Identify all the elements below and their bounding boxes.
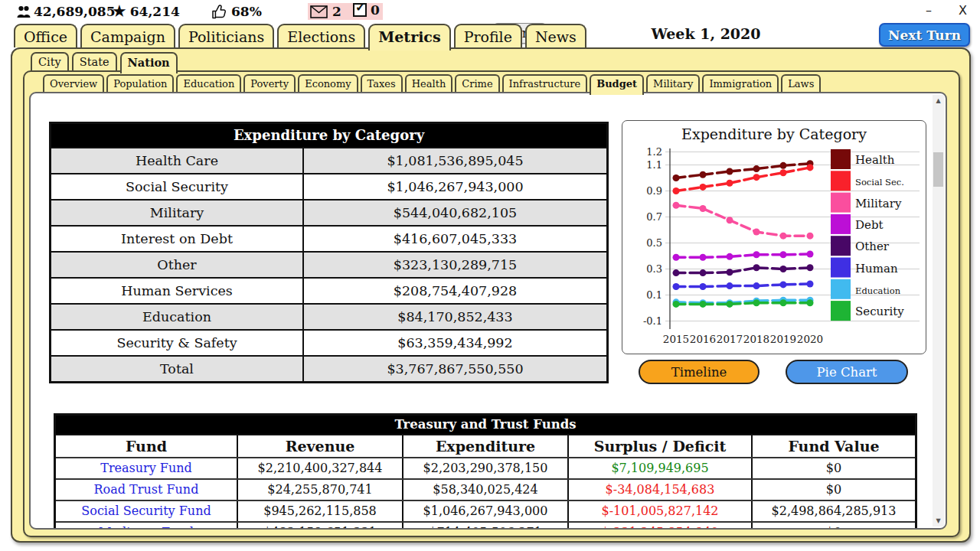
- expenditure-row: Health Care$1,081,536,895,045: [51, 147, 606, 173]
- legend-label: Military: [855, 197, 902, 210]
- mail-icon: [310, 5, 328, 18]
- legend-swatch: [831, 258, 851, 278]
- y-tick-label: 1.1: [646, 159, 662, 171]
- expenditure-table-body: Health Care$1,081,536,895,045Social Secu…: [51, 147, 606, 381]
- treasury-row: Road Trust Fund$24,255,870,741$58,340,02…: [56, 478, 915, 500]
- scroll-up-icon[interactable]: ▲: [933, 95, 944, 106]
- tasks-badge[interactable]: ✓ 0: [353, 2, 380, 18]
- fund-link[interactable]: Medicare Fund: [56, 523, 238, 530]
- region-tab-bar: CityStateNation: [31, 52, 178, 73]
- fund-link[interactable]: Road Trust Fund: [56, 480, 238, 500]
- x-tick-label: 2019: [770, 333, 796, 345]
- fund-expenditure: $2,203,290,378,150: [403, 458, 569, 478]
- region-tab-nation[interactable]: Nation: [120, 52, 178, 73]
- metric-tab-budget[interactable]: Budget: [590, 74, 644, 95]
- metric-tab-education[interactable]: Education: [176, 74, 241, 92]
- metric-tab-infrastructure[interactable]: Infrastructure: [502, 74, 588, 92]
- data-point: [700, 254, 707, 261]
- main-tab-bar: OfficeCampaignPoliticiansElectionsMetric…: [14, 24, 586, 51]
- timeline-button[interactable]: Timeline: [639, 360, 760, 384]
- expenditure-chart: Expenditure by Category1.21.10.90.70.50.…: [622, 121, 925, 353]
- fund-link[interactable]: Social Security Fund: [56, 501, 238, 521]
- metric-tab-military[interactable]: Military: [646, 74, 700, 92]
- series-line: [676, 303, 810, 305]
- y-tick-label: 0.3: [646, 263, 662, 275]
- population-stat: 42,689,085: [17, 2, 115, 21]
- y-tick-label: 0.1: [646, 289, 662, 301]
- tab-metrics[interactable]: Metrics: [368, 24, 450, 51]
- tab-news[interactable]: News: [525, 24, 586, 47]
- next-turn-button[interactable]: Next Turn: [879, 23, 970, 47]
- y-tick-label: 1.2: [646, 146, 662, 158]
- series-line: [676, 284, 810, 286]
- tab-politicians[interactable]: Politicians: [178, 24, 274, 47]
- fund-expenditure: $714,405,506,271: [403, 523, 569, 530]
- expenditure-category: Health Care: [51, 148, 304, 173]
- metric-tab-immigration[interactable]: Immigration: [702, 74, 779, 92]
- treasury-col-header: Surplus / Deficit: [569, 435, 753, 457]
- expenditure-category: Interest on Debt: [51, 227, 304, 251]
- data-point: [780, 251, 787, 258]
- chart-title: Expenditure by Category: [681, 126, 867, 142]
- treasury-table-title: Treasury and Trust Funds: [56, 416, 915, 434]
- expenditure-row: Military$544,040,682,105: [51, 199, 606, 225]
- close-button[interactable]: X: [959, 3, 967, 18]
- scroll-down-icon[interactable]: ▼: [933, 515, 944, 527]
- stars-count: 64,214: [130, 4, 180, 19]
- data-point: [807, 264, 814, 271]
- metric-tab-poverty[interactable]: Poverty: [243, 74, 296, 92]
- x-tick-label: 2015: [663, 333, 689, 345]
- expenditure-value: $1,046,267,943,000: [304, 174, 606, 199]
- minimize-button[interactable]: –: [926, 3, 932, 18]
- vertical-scrollbar[interactable]: ▲ ▼: [933, 95, 944, 527]
- expenditure-table-title: Expenditure by Category: [51, 124, 606, 147]
- treasury-col-header: Fund: [56, 435, 238, 457]
- region-tab-state[interactable]: State: [72, 52, 117, 70]
- approval-stat: 68%: [211, 2, 262, 21]
- expenditure-category: Total: [51, 357, 304, 381]
- data-point: [727, 282, 733, 289]
- stars-stat: ★ 64,214: [112, 2, 180, 21]
- fund-revenue: $2,210,400,327,844: [238, 458, 403, 478]
- legend-swatch: [831, 149, 851, 169]
- data-point: [727, 180, 733, 187]
- data-point: [673, 269, 680, 276]
- data-point: [673, 187, 680, 194]
- fund-link[interactable]: Treasury Fund: [56, 458, 238, 478]
- metric-tab-laws[interactable]: Laws: [781, 74, 821, 92]
- y-tick-label: 0.5: [646, 237, 662, 249]
- metric-tab-taxes[interactable]: Taxes: [361, 74, 403, 92]
- region-tab-city[interactable]: City: [31, 52, 69, 70]
- metric-tab-crime[interactable]: Crime: [455, 74, 499, 92]
- pie-chart-button[interactable]: Pie Chart: [786, 360, 908, 384]
- metric-tab-economy[interactable]: Economy: [298, 74, 358, 92]
- legend-swatch: [831, 301, 851, 321]
- fund-revenue: $24,255,870,741: [238, 480, 403, 500]
- x-tick-label: 2017: [717, 333, 743, 345]
- expenditure-row: Security & Safety$63,359,434,992: [51, 329, 606, 355]
- fund-value: $0: [753, 480, 915, 500]
- y-tick-label: -0.1: [643, 315, 662, 327]
- tab-office[interactable]: Office: [14, 24, 77, 47]
- tasks-count: 0: [371, 2, 380, 18]
- scrollbar-thumb[interactable]: [933, 152, 943, 187]
- data-point: [753, 282, 760, 289]
- expenditure-value: $416,607,045,333: [304, 227, 606, 251]
- data-point: [673, 301, 680, 308]
- tab-campaign[interactable]: Campaign: [80, 24, 175, 47]
- metric-tab-bar: OverviewPopulationEducationPovertyEconom…: [43, 74, 821, 95]
- legend-label: Security: [855, 305, 904, 318]
- expenditure-category: Education: [51, 305, 304, 329]
- data-point: [753, 299, 760, 306]
- data-point: [780, 162, 787, 169]
- mail-count: 2: [332, 4, 341, 19]
- data-point: [700, 269, 707, 276]
- expenditure-row: Other$323,130,289,715: [51, 251, 606, 277]
- metric-tab-health[interactable]: Health: [405, 74, 453, 92]
- tab-elections[interactable]: Elections: [277, 24, 365, 47]
- metric-tab-population[interactable]: Population: [106, 74, 174, 92]
- tab-profile[interactable]: Profile: [454, 24, 522, 47]
- data-point: [700, 171, 707, 178]
- metric-tab-overview[interactable]: Overview: [43, 74, 104, 92]
- app-window: 42,689,085 ★ 64,214 68% 2 ✓ 0 – X Office…: [0, 0, 980, 551]
